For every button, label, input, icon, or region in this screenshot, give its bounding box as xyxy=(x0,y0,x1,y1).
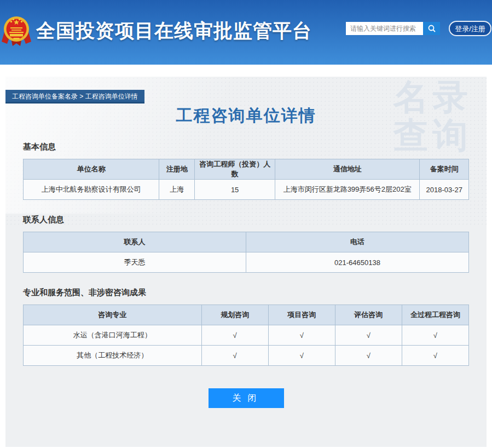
site-title: 全国投资项目在线审批监管平台 xyxy=(36,18,312,44)
search-icon xyxy=(427,24,436,33)
table-row: 季天悉021-64650138 xyxy=(24,252,469,273)
column-header: 全过程工程咨询 xyxy=(402,305,468,325)
column-header: 评估咨询 xyxy=(335,305,402,325)
column-header: 规划咨询 xyxy=(201,305,268,325)
column-header: 备案时间 xyxy=(420,159,469,180)
table-row: 水运（含港口河海工程）√√√√ xyxy=(24,325,469,346)
table-header-row: 单位名称注册地咨询工程师（投资）人数通信地址备案时间 xyxy=(24,159,469,180)
table-cell: 15 xyxy=(195,180,275,200)
table-cell: 上海 xyxy=(159,180,195,200)
detail-content: 基本信息 单位名称注册地咨询工程师（投资）人数通信地址备案时间上海中北航务勘察设… xyxy=(5,142,487,408)
section-heading-basic-info: 基本信息 xyxy=(23,142,469,152)
table-cell: √ xyxy=(268,325,335,346)
table-cell: 上海市闵行区新龙路399弄56号2层202室 xyxy=(275,180,420,200)
basic-info-table: 单位名称注册地咨询工程师（投资）人数通信地址备案时间上海中北航务勘察设计有限公司… xyxy=(23,159,469,200)
login-register-button[interactable]: 登录/注册 xyxy=(449,21,491,36)
column-header: 项目咨询 xyxy=(268,305,335,325)
table-cell: 季天悉 xyxy=(24,252,246,273)
table-row: 上海中北航务勘察设计有限公司上海15上海市闵行区新龙路399弄56号2层202室… xyxy=(24,180,469,200)
close-button[interactable]: 关闭 xyxy=(209,388,284,408)
table-cell: √ xyxy=(268,346,335,366)
search-input[interactable] xyxy=(346,22,423,35)
table-cell: 021-64650138 xyxy=(246,252,469,273)
breadcrumb[interactable]: 工程咨询单位备案名录 > 工程咨询单位详情 xyxy=(5,90,144,104)
column-header: 注册地 xyxy=(159,159,195,180)
site-header: 全国投资项目在线审批监管平台 登录/注册 xyxy=(0,0,492,65)
column-header: 电话 xyxy=(246,232,469,252)
table-cell: √ xyxy=(201,346,268,366)
table-cell: √ xyxy=(335,325,402,346)
table-cell: √ xyxy=(402,346,468,366)
table-header-row: 联系人电话 xyxy=(24,232,469,252)
table-row: 其他（工程技术经济）√√√√ xyxy=(24,346,469,366)
table-cell: 其他（工程技术经济） xyxy=(24,346,202,366)
section-heading-services: 专业和服务范围、非涉密咨询成果 xyxy=(23,288,469,298)
column-header: 通信地址 xyxy=(275,159,420,180)
services-table: 咨询专业规划咨询项目咨询评估咨询全过程工程咨询水运（含港口河海工程）√√√√其他… xyxy=(23,305,469,366)
table-cell: √ xyxy=(402,325,468,346)
column-header: 咨询工程师（投资）人数 xyxy=(195,159,275,180)
table-header-row: 咨询专业规划咨询项目咨询评估咨询全过程工程咨询 xyxy=(24,305,469,325)
column-header: 咨询专业 xyxy=(24,305,202,325)
table-cell: √ xyxy=(201,325,268,346)
section-heading-contact-info: 联系人信息 xyxy=(23,215,469,225)
column-header: 联系人 xyxy=(24,232,246,252)
content-panel: 名录 查询 工程咨询单位备案名录 > 工程咨询单位详情 工程咨询单位详情 基本信… xyxy=(5,77,487,447)
close-button-row: 关闭 xyxy=(23,388,469,408)
table-cell: 2018-03-27 xyxy=(420,180,469,200)
table-cell: 水运（含港口河海工程） xyxy=(24,325,202,346)
table-cell: 上海中北航务勘察设计有限公司 xyxy=(24,180,159,200)
table-cell: √ xyxy=(335,346,402,366)
contact-info-table: 联系人电话季天悉021-64650138 xyxy=(23,232,469,273)
national-emblem-logo xyxy=(2,13,31,47)
search-button[interactable] xyxy=(423,22,440,35)
column-header: 单位名称 xyxy=(24,159,159,180)
